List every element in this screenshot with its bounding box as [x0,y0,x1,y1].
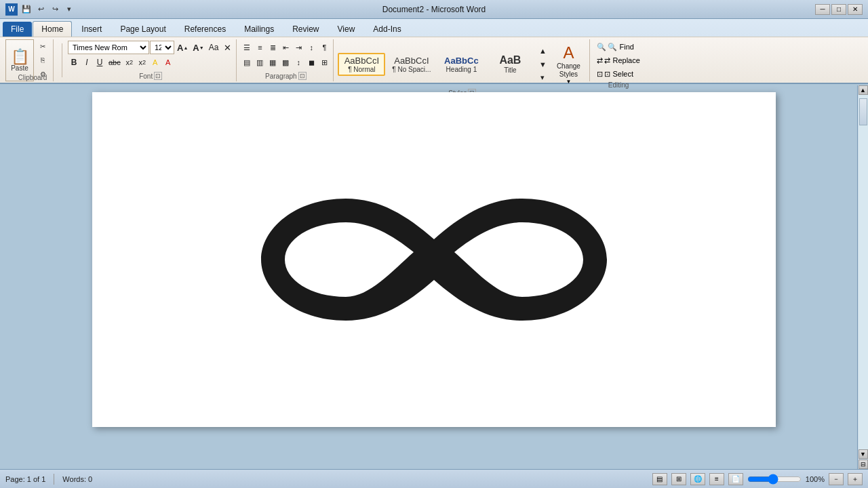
tab-file[interactable]: File [3,22,32,37]
close-btn[interactable]: ✕ [848,4,863,15]
find-btn[interactable]: 🔍 🔍 Find [594,41,642,53]
font-grow-btn[interactable]: A▲ [175,41,190,54]
tab-page-layout[interactable]: Page Layout [111,21,174,37]
undo-btn[interactable]: ↩ [35,3,47,16]
replace-btn[interactable]: ⇄ ⇄ Replace [594,54,642,66]
align-center-btn[interactable]: ▥ [254,56,266,69]
justify-btn[interactable]: ▩ [279,56,292,69]
word-count: Words: 0 [62,475,92,483]
style-h1-label: Heading 1 [443,66,479,73]
borders-btn[interactable]: ⊞ [318,56,330,69]
replace-icon: ⇄ [597,56,603,65]
sort-btn[interactable]: ↕ [305,41,317,54]
tab-add-ins[interactable]: Add-Ins [364,21,410,37]
select-btn[interactable]: ⊡ ⊡ Select [594,68,642,80]
tab-references[interactable]: References [176,21,235,37]
para-dialog-btn[interactable]: ⊡ [298,72,307,80]
italic-btn[interactable]: I [81,56,93,69]
change-case-btn[interactable]: Aa [207,41,221,54]
tab-view[interactable]: View [329,21,364,37]
web-layout-btn[interactable]: 🌐 [690,473,705,485]
quick-access-more[interactable]: ▾ [63,3,75,16]
decrease-indent-btn[interactable]: ⇤ [279,41,292,54]
font-shrink-btn[interactable]: A▼ [191,41,205,54]
underline-btn[interactable]: U [94,56,106,69]
tab-insert[interactable]: Insert [73,21,111,37]
vertical-scrollbar: ▲ ▼ ⊟ [857,85,868,469]
full-screen-btn[interactable]: ⊞ [671,473,686,485]
tab-bar: File Home Insert Page Layout References … [0,19,868,37]
style-title-preview: AaB [492,54,528,66]
zoom-out-btn[interactable]: － [829,473,844,485]
align-left-btn[interactable]: ▤ [241,56,253,69]
style-nospace-preview: AaBbCcI [392,56,431,66]
print-layout-btn[interactable]: ▤ [652,473,667,485]
editing-group-label: Editing [608,81,629,89]
tab-home[interactable]: Home [33,21,72,37]
style-normal-label: ¶ Normal [343,66,380,73]
infinity-symbol [258,185,610,334]
bold-btn[interactable]: B [68,56,80,69]
style-title[interactable]: AaB Title [486,52,534,77]
subscript-btn[interactable]: x2 [123,56,136,69]
line-spacing-btn[interactable]: ↕ [292,56,304,69]
font-row-1: Times New Rom 12 A▲ A▼ Aa ✕ [68,41,233,54]
scroll-down-btn[interactable]: ▼ [859,449,868,459]
style-heading1[interactable]: AaBbCc Heading 1 [437,53,485,76]
styles-scroll-down[interactable]: ▼ [536,58,549,70]
zoom-in-btn[interactable]: ＋ [848,473,863,485]
scroll-track[interactable] [859,95,868,449]
scroll-thumb[interactable] [859,98,867,125]
select-label: ⊡ Select [604,70,633,79]
superscript-btn[interactable]: x2 [136,56,149,69]
show-marks-btn[interactable]: ¶ [318,41,330,54]
page-info: Page: 1 of 1 [5,475,45,483]
tab-review[interactable]: Review [283,21,328,37]
paragraph-group-label: Paragraph [265,73,297,80]
multilevel-btn[interactable]: ≣ [267,41,279,54]
shading-btn[interactable]: ◼ [305,56,317,69]
paste-label: Paste [11,64,28,72]
text-highlight-btn[interactable]: A [149,56,161,69]
find-label: 🔍 Find [608,43,633,52]
style-normal[interactable]: AaBbCcI ¶ Normal [338,53,385,76]
scroll-bottom-btn[interactable]: ⊟ [859,460,868,469]
styles-scroll-up[interactable]: ▲ [536,45,549,57]
quick-access: 💾 ↩ ↪ ▾ [20,3,75,16]
zoom-level: 100% [806,475,825,483]
style-title-label: Title [492,66,528,74]
style-no-spacing[interactable]: AaBbCcI ¶ No Spaci... [387,53,436,76]
minimize-btn[interactable]: ─ [815,4,830,15]
status-right: ▤ ⊞ 🌐 ≡ 📄 100% － ＋ [652,473,863,485]
outline-btn[interactable]: ≡ [709,473,724,485]
document-title: Document2 - Microsoft Word [382,5,486,14]
increase-indent-btn[interactable]: ⇥ [292,41,304,54]
numbering-btn[interactable]: ≡ [254,41,266,54]
styles-more-btn[interactable]: ▾ [536,72,549,84]
document-page[interactable] [92,92,776,427]
word-icon: W [5,3,18,16]
separator-1 [62,43,62,77]
save-quick-btn[interactable]: 💾 [20,3,33,16]
clear-formatting-btn[interactable]: ✕ [221,41,233,54]
change-styles-btn[interactable]: A ChangeStyles ▼ [550,41,587,87]
copy-button[interactable]: ⎘ [35,54,50,66]
font-size-select[interactable]: 12 [150,41,174,54]
font-color-btn[interactable]: A [162,56,174,69]
redo-btn[interactable]: ↪ [49,3,61,16]
maximize-btn[interactable]: □ [831,4,846,15]
draft-btn[interactable]: 📄 [728,473,743,485]
title-bar: W 💾 ↩ ↪ ▾ Document2 - Microsoft Word ─ □… [0,0,868,19]
font-dialog-btn[interactable]: ⊡ [154,72,162,80]
tab-mailings[interactable]: Mailings [235,21,283,37]
align-right-btn[interactable]: ▦ [267,56,279,69]
change-styles-label: ChangeStyles [557,62,580,79]
change-styles-icon: A [563,43,574,62]
font-name-select[interactable]: Times New Rom [68,41,149,54]
clipboard-label: Clipboard [10,73,55,81]
strikethrough-btn[interactable]: abc [106,56,123,69]
zoom-slider[interactable] [747,474,802,484]
bullets-btn[interactable]: ☰ [241,41,253,54]
scroll-up-btn[interactable]: ▲ [859,85,868,95]
cut-button[interactable]: ✂ [35,40,50,52]
